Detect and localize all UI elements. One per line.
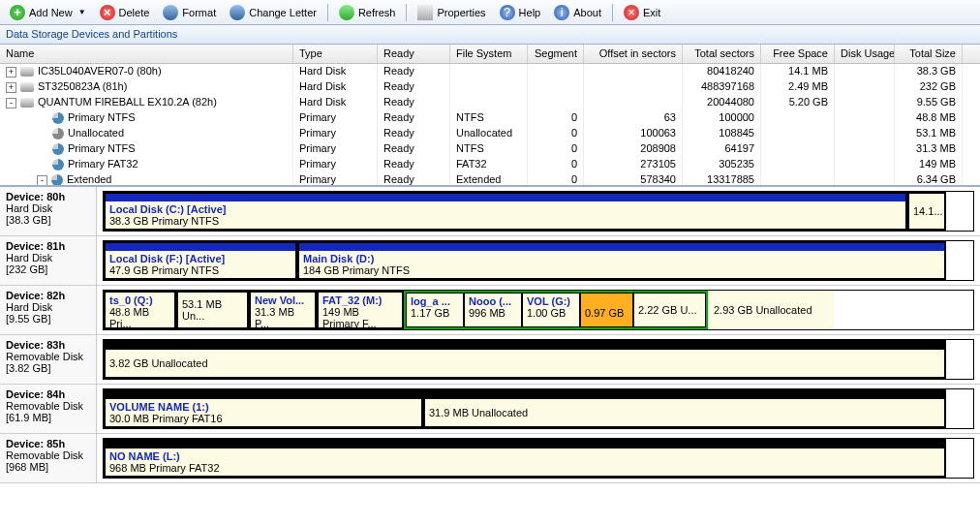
col-tsize[interactable]: Total Size xyxy=(895,45,963,63)
partition-segment[interactable]: log_a ...1.17 GB ... xyxy=(406,293,464,327)
cell: 14.1 MB xyxy=(761,64,835,79)
col-fs[interactable]: File System xyxy=(450,45,528,63)
exit-label: Exit xyxy=(643,7,660,18)
format-button[interactable]: Format xyxy=(157,2,222,23)
format-icon xyxy=(163,5,178,20)
col-tsec[interactable]: Total sectors xyxy=(683,45,761,63)
table-row[interactable]: +IC35L040AVER07-0 (80h)Hard DiskReady804… xyxy=(0,64,980,79)
cell: Ready xyxy=(378,141,450,157)
partition-segment[interactable]: Main Disk (D:)184 GB Primary NTFS xyxy=(297,241,946,280)
col-name[interactable]: Name xyxy=(0,45,293,63)
device-block: Device: 85hRemovable Disk[968 MB]NO NAME… xyxy=(0,434,980,483)
map-bar: Local Disk (F:) [Active]47.9 GB Primary … xyxy=(103,240,974,281)
change-letter-button[interactable]: Change Letter xyxy=(224,2,322,23)
add-new-button[interactable]: +Add New▼ xyxy=(4,2,92,23)
partition-segment[interactable]: Nooo (...996 MB ... xyxy=(464,293,522,327)
cell xyxy=(835,126,895,141)
col-usage[interactable]: Disk Usage xyxy=(835,45,895,63)
delete-label: Delete xyxy=(119,7,150,18)
table-row[interactable]: UnallocatedPrimaryReadyUnallocated010006… xyxy=(0,126,980,141)
help-button[interactable]: ?Help xyxy=(494,2,547,23)
device-map-panel[interactable]: Device: 80hHard Disk[38.3 GB]Local Disk … xyxy=(0,185,980,505)
delete-button[interactable]: ×Delete xyxy=(94,2,156,23)
cell: 273105 xyxy=(584,157,683,172)
tree-toggle[interactable]: + xyxy=(6,67,16,77)
table-row[interactable]: -QUANTUM FIREBALL EX10.2A (82h)Hard Disk… xyxy=(0,95,980,110)
cell xyxy=(835,64,895,79)
partition-segment[interactable]: ts_0 (Q:)48.8 MB Pri... xyxy=(104,291,176,329)
tree-toggle[interactable]: + xyxy=(6,82,16,93)
properties-label: Properties xyxy=(437,7,485,18)
table-row[interactable]: -ExtendedPrimaryReadyExtended05783401331… xyxy=(0,172,980,185)
cell: Unallocated xyxy=(450,126,528,141)
cell: Ready xyxy=(378,64,450,79)
partition-segment[interactable]: Local Disk (C:) [Active]38.3 GB Primary … xyxy=(104,192,907,231)
col-ready[interactable]: Ready xyxy=(378,45,450,63)
device-label: Device: 81hHard Disk[232 GB] xyxy=(0,236,97,285)
help-label: Help xyxy=(519,7,541,18)
map-bar: VOLUME NAME (1:)30.0 MB Primary FAT1631.… xyxy=(103,388,974,429)
change-letter-label: Change Letter xyxy=(249,7,317,18)
tree-toggle[interactable]: - xyxy=(6,98,16,108)
partition-segment[interactable]: New Vol...31.3 MB P... xyxy=(249,291,317,329)
cell: 48.8 MB xyxy=(895,110,963,126)
cell xyxy=(528,64,584,79)
partition-segment[interactable]: NO NAME (L:)968 MB Primary FAT32 xyxy=(104,439,946,478)
cell: Primary xyxy=(293,141,378,157)
partition-segment[interactable]: 53.1 MB Un... xyxy=(176,291,249,329)
partition-segment[interactable]: 14.1... xyxy=(907,192,946,231)
partition-segment[interactable]: Local Disk (F:) [Active]47.9 GB Primary … xyxy=(104,241,297,280)
tree-toggle[interactable]: - xyxy=(37,175,47,185)
row-name: IC35L040AVER07-0 (80h) xyxy=(38,65,162,77)
table-row[interactable]: Primary FAT32PrimaryReadyFAT320273105305… xyxy=(0,157,980,172)
device-label: Device: 85hRemovable Disk[968 MB] xyxy=(0,434,97,482)
partition-segment[interactable]: 31.9 MB Unallocated xyxy=(423,389,946,428)
about-button[interactable]: iAbout xyxy=(548,2,607,23)
cell: 63 xyxy=(584,110,683,126)
refresh-button[interactable]: Refresh xyxy=(333,2,402,23)
cell: 38.3 GB xyxy=(895,64,963,79)
cell: 5.20 GB xyxy=(761,95,835,110)
table-row[interactable]: Primary NTFSPrimaryReadyNTFS020890864197… xyxy=(0,141,980,157)
partition-icon xyxy=(52,128,64,139)
partition-segment[interactable]: 3.82 GB Unallocated xyxy=(104,340,946,379)
cell xyxy=(450,64,528,79)
cell: 149 MB xyxy=(895,157,963,172)
partition-segment[interactable]: 2.22 GB U... xyxy=(633,293,706,327)
cell: 31.3 MB xyxy=(895,141,963,157)
cell: Ready xyxy=(378,79,450,95)
format-label: Format xyxy=(182,7,216,18)
cell: 208908 xyxy=(584,141,683,157)
row-name: Primary NTFS xyxy=(68,111,136,123)
grid-body[interactable]: +IC35L040AVER07-0 (80h)Hard DiskReady804… xyxy=(0,64,980,185)
letter-icon xyxy=(230,5,245,20)
exit-button[interactable]: ×Exit xyxy=(618,2,666,23)
cell: Hard Disk xyxy=(293,64,378,79)
cell xyxy=(835,110,895,126)
partition-segment[interactable]: VOL (G:)1.00 GB ... xyxy=(522,293,580,327)
cell: 108845 xyxy=(683,126,761,141)
col-seg[interactable]: Segment xyxy=(528,45,584,63)
device-map: Local Disk (F:) [Active]47.9 GB Primary … xyxy=(97,236,980,285)
cell: 305235 xyxy=(683,157,761,172)
cell: 488397168 xyxy=(683,79,761,95)
map-bar: Local Disk (C:) [Active]38.3 GB Primary … xyxy=(103,191,974,232)
table-row[interactable]: +ST3250823A (81h)Hard DiskReady488397168… xyxy=(0,79,980,95)
properties-button[interactable]: Properties xyxy=(412,2,491,23)
table-row[interactable]: Primary NTFSPrimaryReadyNTFS06310000048.… xyxy=(0,110,980,126)
partition-segment[interactable]: VOLUME NAME (1:)30.0 MB Primary FAT16 xyxy=(104,389,423,428)
cell: 53.1 MB xyxy=(895,126,963,141)
cell: Ready xyxy=(378,110,450,126)
col-type[interactable]: Type xyxy=(293,45,378,63)
partition-segment[interactable]: 2.93 GB Unallocated xyxy=(708,291,834,329)
cell xyxy=(835,157,895,172)
exit-icon: × xyxy=(624,5,639,20)
cell: Primary xyxy=(293,110,378,126)
cell: Primary xyxy=(293,126,378,141)
partition-segment[interactable]: 0.97 GB ... xyxy=(580,293,633,327)
partition-segment[interactable]: FAT_32 (M:)149 MB Primary F... xyxy=(317,291,404,329)
cell xyxy=(450,95,528,110)
col-free[interactable]: Free Space xyxy=(761,45,835,63)
cell: Ready xyxy=(378,126,450,141)
col-off[interactable]: Offset in sectors xyxy=(584,45,683,63)
